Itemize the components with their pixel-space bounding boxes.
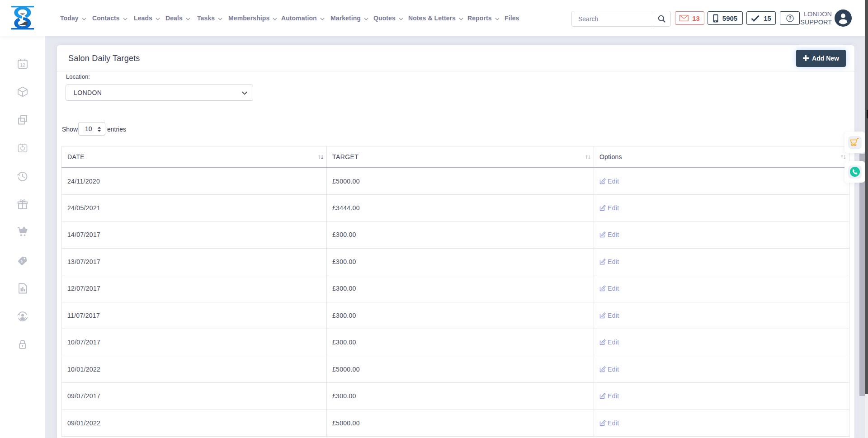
svg-text:12: 12 xyxy=(20,62,25,68)
